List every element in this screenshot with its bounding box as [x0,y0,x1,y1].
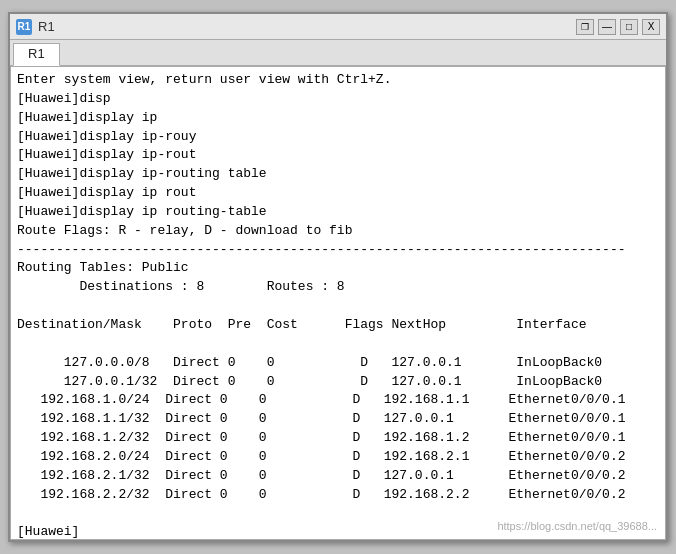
title-bar: R1 R1 ❐ — □ X [10,14,666,40]
terminal-output[interactable]: Enter system view, return user view with… [10,66,666,540]
restore-button[interactable]: ❐ [576,19,594,35]
window-title: R1 [38,19,55,34]
tab-r1[interactable]: R1 [13,43,60,66]
minimize-button[interactable]: — [598,19,616,35]
maximize-button[interactable]: □ [620,19,638,35]
watermark: https://blog.csdn.net/qq_39688... [497,519,657,535]
title-bar-left: R1 R1 [16,19,55,35]
main-window: R1 R1 ❐ — □ X R1 Enter system view, retu… [8,12,668,542]
title-controls: ❐ — □ X [576,19,660,35]
app-icon: R1 [16,19,32,35]
terminal-text: Enter system view, return user view with… [17,71,659,540]
close-button[interactable]: X [642,19,660,35]
tab-bar: R1 [10,40,666,66]
